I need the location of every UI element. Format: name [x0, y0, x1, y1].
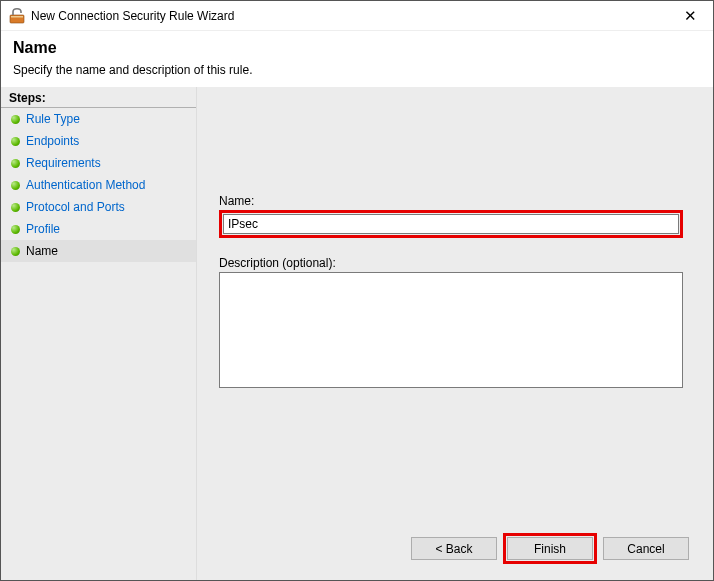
step-label: Rule Type [26, 112, 80, 126]
finish-button[interactable]: Finish [507, 537, 593, 560]
button-row: < Back Finish Cancel [411, 533, 689, 564]
step-label: Protocol and Ports [26, 200, 125, 214]
bullet-icon [11, 203, 20, 212]
cancel-button[interactable]: Cancel [603, 537, 689, 560]
name-label: Name: [219, 194, 683, 208]
bullet-icon [11, 137, 20, 146]
titlebar: New Connection Security Rule Wizard ✕ [1, 1, 713, 31]
back-button[interactable]: < Back [411, 537, 497, 560]
main-panel: Name: Description (optional): < Back Fin… [196, 87, 713, 580]
step-protocol-and-ports[interactable]: Protocol and Ports [1, 196, 196, 218]
step-label: Name [26, 244, 58, 258]
description-textarea[interactable] [219, 272, 683, 388]
close-icon[interactable]: ✕ [678, 5, 703, 27]
name-input[interactable] [223, 214, 679, 234]
step-label: Endpoints [26, 134, 79, 148]
step-label: Profile [26, 222, 60, 236]
step-name[interactable]: Name [1, 240, 196, 262]
bullet-icon [11, 181, 20, 190]
page-subtitle: Specify the name and description of this… [13, 63, 701, 77]
wizard-header: Name Specify the name and description of… [1, 31, 713, 87]
finish-button-highlight: Finish [503, 533, 597, 564]
steps-sidebar: Steps: Rule Type Endpoints Requirements … [1, 87, 196, 580]
window-title: New Connection Security Rule Wizard [31, 9, 234, 23]
step-rule-type[interactable]: Rule Type [1, 108, 196, 130]
bullet-icon [11, 115, 20, 124]
step-authentication-method[interactable]: Authentication Method [1, 174, 196, 196]
bullet-icon [11, 247, 20, 256]
step-label: Requirements [26, 156, 101, 170]
steps-heading: Steps: [1, 89, 196, 108]
step-profile[interactable]: Profile [1, 218, 196, 240]
bullet-icon [11, 225, 20, 234]
svg-rect-1 [11, 16, 23, 18]
description-label: Description (optional): [219, 256, 683, 270]
name-input-highlight [219, 210, 683, 238]
app-icon [9, 8, 25, 24]
step-endpoints[interactable]: Endpoints [1, 130, 196, 152]
step-requirements[interactable]: Requirements [1, 152, 196, 174]
wizard-window: New Connection Security Rule Wizard ✕ Na… [0, 0, 714, 581]
page-title: Name [13, 39, 701, 57]
step-label: Authentication Method [26, 178, 145, 192]
bullet-icon [11, 159, 20, 168]
